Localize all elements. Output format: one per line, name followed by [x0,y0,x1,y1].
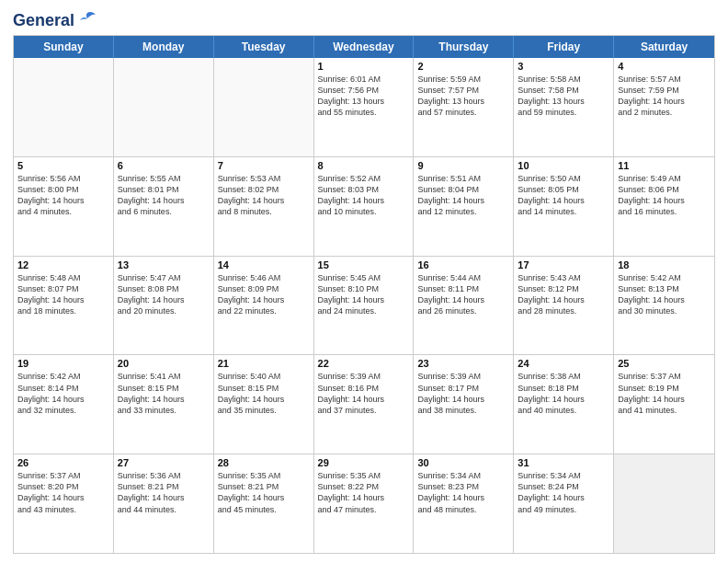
day-cell-30: 30Sunrise: 5:34 AM Sunset: 8:23 PM Dayli… [414,454,514,553]
day-number: 30 [417,457,509,468]
day-info: Sunrise: 5:37 AM Sunset: 8:20 PM Dayligh… [17,470,109,515]
calendar-body: 1Sunrise: 6:01 AM Sunset: 7:56 PM Daylig… [14,58,714,553]
col-header-saturday: Saturday [614,36,714,58]
day-number: 25 [618,358,711,369]
day-info: Sunrise: 5:52 AM Sunset: 8:03 PM Dayligh… [318,173,410,218]
day-number: 20 [118,358,210,369]
day-info: Sunrise: 5:48 AM Sunset: 8:07 PM Dayligh… [17,272,109,317]
day-cell-23: 23Sunrise: 5:39 AM Sunset: 8:17 PM Dayli… [414,355,514,454]
col-header-wednesday: Wednesday [314,36,415,58]
col-header-sunday: Sunday [14,36,114,58]
day-number: 8 [318,160,410,171]
page: General SundayMondayTuesdayWednesdayThur… [0,0,728,563]
day-number: 2 [417,61,509,72]
day-cell-19: 19Sunrise: 5:42 AM Sunset: 8:14 PM Dayli… [14,355,114,454]
day-number: 29 [318,457,410,468]
day-info: Sunrise: 5:41 AM Sunset: 8:15 PM Dayligh… [118,371,210,416]
week-row-4: 19Sunrise: 5:42 AM Sunset: 8:14 PM Dayli… [14,355,714,454]
day-number: 10 [518,160,609,171]
logo-general: General [13,11,74,29]
empty-cell [14,58,114,156]
day-info: Sunrise: 5:53 AM Sunset: 8:02 PM Dayligh… [218,173,310,218]
day-cell-16: 16Sunrise: 5:44 AM Sunset: 8:11 PM Dayli… [414,257,514,355]
day-cell-11: 11Sunrise: 5:49 AM Sunset: 8:06 PM Dayli… [614,157,714,256]
day-cell-2: 2Sunrise: 5:59 AM Sunset: 7:57 PM Daylig… [414,58,514,156]
day-cell-9: 9Sunrise: 5:51 AM Sunset: 8:04 PM Daylig… [414,157,514,256]
day-info: Sunrise: 5:42 AM Sunset: 8:13 PM Dayligh… [618,272,711,317]
day-info: Sunrise: 5:40 AM Sunset: 8:15 PM Dayligh… [218,371,310,416]
day-number: 23 [417,358,509,369]
logo-text: General [13,12,74,30]
day-number: 1 [318,61,410,72]
empty-cell [214,58,314,156]
day-number: 7 [218,160,310,171]
day-info: Sunrise: 5:39 AM Sunset: 8:16 PM Dayligh… [318,371,410,416]
calendar-header: SundayMondayTuesdayWednesdayThursdayFrid… [14,36,714,58]
day-number: 22 [318,358,410,369]
day-info: Sunrise: 5:38 AM Sunset: 8:18 PM Dayligh… [518,371,609,416]
calendar: SundayMondayTuesdayWednesdayThursdayFrid… [13,35,715,554]
day-info: Sunrise: 5:34 AM Sunset: 8:23 PM Dayligh… [417,470,509,515]
day-info: Sunrise: 5:49 AM Sunset: 8:06 PM Dayligh… [618,173,711,218]
day-cell-7: 7Sunrise: 5:53 AM Sunset: 8:02 PM Daylig… [214,157,314,256]
day-info: Sunrise: 5:39 AM Sunset: 8:17 PM Dayligh… [417,371,509,416]
day-info: Sunrise: 5:35 AM Sunset: 8:22 PM Dayligh… [318,470,410,515]
day-cell-27: 27Sunrise: 5:36 AM Sunset: 8:21 PM Dayli… [114,454,214,553]
day-cell-3: 3Sunrise: 5:58 AM Sunset: 7:58 PM Daylig… [514,58,614,156]
day-info: Sunrise: 5:55 AM Sunset: 8:01 PM Dayligh… [118,173,210,218]
day-cell-22: 22Sunrise: 5:39 AM Sunset: 8:16 PM Dayli… [314,355,415,454]
day-cell-12: 12Sunrise: 5:48 AM Sunset: 8:07 PM Dayli… [14,257,114,355]
day-number: 24 [518,358,609,369]
day-number: 11 [618,160,711,171]
logo: General [13,9,97,29]
day-info: Sunrise: 5:37 AM Sunset: 8:19 PM Dayligh… [618,371,711,416]
day-number: 9 [417,160,509,171]
week-row-3: 12Sunrise: 5:48 AM Sunset: 8:07 PM Dayli… [14,257,714,356]
day-cell-8: 8Sunrise: 5:52 AM Sunset: 8:03 PM Daylig… [314,157,415,256]
day-number: 19 [17,358,109,369]
day-info: Sunrise: 5:57 AM Sunset: 7:59 PM Dayligh… [618,74,711,119]
week-row-2: 5Sunrise: 5:56 AM Sunset: 8:00 PM Daylig… [14,157,714,257]
col-header-friday: Friday [514,36,614,58]
day-number: 14 [218,259,310,270]
header: General [13,9,715,29]
day-number: 4 [618,61,711,72]
day-cell-21: 21Sunrise: 5:40 AM Sunset: 8:15 PM Dayli… [214,355,314,454]
day-number: 6 [118,160,210,171]
day-cell-28: 28Sunrise: 5:35 AM Sunset: 8:21 PM Dayli… [214,454,314,553]
week-row-5: 26Sunrise: 5:37 AM Sunset: 8:20 PM Dayli… [14,454,714,553]
week-row-1: 1Sunrise: 6:01 AM Sunset: 7:56 PM Daylig… [14,58,714,157]
day-number: 26 [17,457,109,468]
day-cell-14: 14Sunrise: 5:46 AM Sunset: 8:09 PM Dayli… [214,257,314,355]
day-cell-26: 26Sunrise: 5:37 AM Sunset: 8:20 PM Dayli… [14,454,114,553]
day-number: 27 [118,457,210,468]
day-info: Sunrise: 5:36 AM Sunset: 8:21 PM Dayligh… [118,470,210,515]
day-info: Sunrise: 5:45 AM Sunset: 8:10 PM Dayligh… [318,272,410,317]
day-info: Sunrise: 5:59 AM Sunset: 7:57 PM Dayligh… [417,74,509,119]
day-number: 28 [218,457,310,468]
day-number: 5 [17,160,109,171]
day-number: 3 [518,61,609,72]
logo-bird-icon [77,9,97,33]
day-cell-24: 24Sunrise: 5:38 AM Sunset: 8:18 PM Dayli… [514,355,614,454]
day-cell-4: 4Sunrise: 5:57 AM Sunset: 7:59 PM Daylig… [614,58,714,156]
col-header-thursday: Thursday [414,36,514,58]
day-number: 15 [318,259,410,270]
day-cell-29: 29Sunrise: 5:35 AM Sunset: 8:22 PM Dayli… [314,454,415,553]
day-info: Sunrise: 5:50 AM Sunset: 8:05 PM Dayligh… [518,173,609,218]
day-cell-25: 25Sunrise: 5:37 AM Sunset: 8:19 PM Dayli… [614,355,714,454]
day-info: Sunrise: 5:42 AM Sunset: 8:14 PM Dayligh… [17,371,109,416]
col-header-tuesday: Tuesday [214,36,314,58]
day-info: Sunrise: 5:34 AM Sunset: 8:24 PM Dayligh… [518,470,609,515]
col-header-monday: Monday [114,36,214,58]
day-cell-1: 1Sunrise: 6:01 AM Sunset: 7:56 PM Daylig… [314,58,415,156]
day-number: 16 [417,259,509,270]
day-cell-20: 20Sunrise: 5:41 AM Sunset: 8:15 PM Dayli… [114,355,214,454]
day-cell-31: 31Sunrise: 5:34 AM Sunset: 8:24 PM Dayli… [514,454,614,553]
day-number: 13 [118,259,210,270]
day-info: Sunrise: 5:44 AM Sunset: 8:11 PM Dayligh… [417,272,509,317]
day-cell-10: 10Sunrise: 5:50 AM Sunset: 8:05 PM Dayli… [514,157,614,256]
day-number: 17 [518,259,609,270]
day-cell-18: 18Sunrise: 5:42 AM Sunset: 8:13 PM Dayli… [614,257,714,355]
empty-cell [114,58,214,156]
